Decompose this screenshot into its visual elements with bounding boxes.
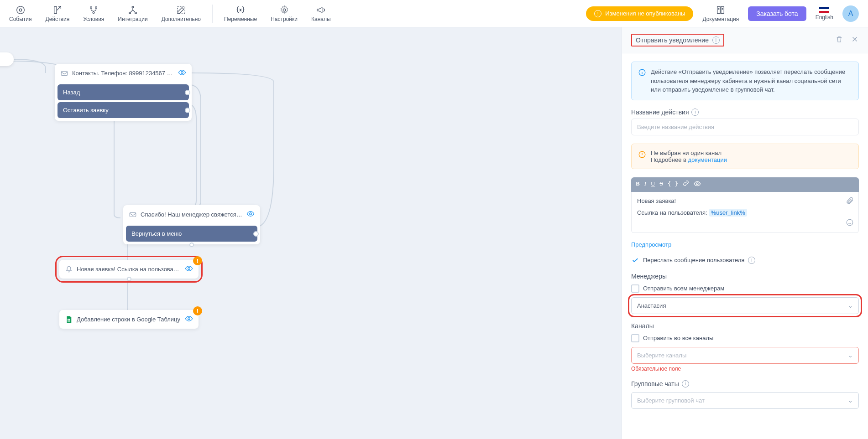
channels-select[interactable]: Выберите каналы ⌄ [631, 347, 859, 364]
button-chip-request[interactable]: Оставить заявку [58, 102, 189, 118]
svg-point-5 [132, 6, 134, 8]
alert-icon: ! [594, 10, 601, 17]
editor-toolbar: B I U S { } [631, 177, 859, 192]
toolbar-actions[interactable]: Действия [46, 5, 70, 22]
scenario-root-node[interactable] [0, 52, 14, 66]
groupchats-title: Групповые чаты [631, 380, 679, 387]
forward-checkbox[interactable] [631, 256, 639, 264]
svg-point-4 [93, 11, 94, 13]
toolbar-channels[interactable]: Каналы [311, 5, 331, 22]
variable-chip[interactable]: %user_link% [709, 209, 747, 217]
message-editor[interactable]: Новая заявка! Ссылка на пользователя: %u… [631, 192, 859, 233]
groupchats-select[interactable]: Выберите групповой чат ⌄ [631, 392, 859, 409]
toolbar-settings[interactable]: Настройки [271, 5, 298, 22]
svg-point-13 [250, 213, 252, 215]
eye-icon[interactable] [178, 68, 186, 78]
preview-button[interactable] [694, 180, 701, 189]
info-icon[interactable]: i [682, 380, 689, 387]
docs-link[interactable]: документации [688, 156, 727, 163]
flow-node-notification[interactable]: ! Новая заявка! Ссылка на пользователя:… [59, 260, 199, 279]
action-icon [52, 5, 63, 15]
info-callout: Действие «Отправить уведомление» позволя… [631, 62, 859, 100]
info-icon [638, 68, 646, 94]
language-switcher[interactable]: English [816, 7, 833, 21]
close-button[interactable] [851, 35, 859, 45]
managers-select[interactable]: Анастасия ⌄ [631, 297, 859, 314]
flow-canvas[interactable]: Контакты. Телефон: 89991234567 Наш адре…… [0, 27, 622, 439]
edit-icon [176, 5, 186, 15]
toolbar-docs[interactable]: Документация [702, 5, 739, 22]
all-channels-label: Отправить во все каналы [643, 335, 713, 341]
code-button[interactable]: { } [668, 180, 678, 189]
svg-point-20 [847, 219, 853, 226]
branch-icon [89, 5, 99, 15]
svg-point-3 [95, 6, 97, 8]
svg-point-19 [696, 183, 698, 185]
eye-icon[interactable] [246, 210, 255, 219]
bell-icon [65, 265, 73, 274]
toolbar-variables[interactable]: Переменные [224, 5, 257, 22]
gear-icon [279, 5, 289, 15]
eye-icon[interactable] [185, 264, 193, 274]
mail-icon [60, 69, 68, 77]
managers-title: Менеджеры [631, 273, 859, 280]
braces-icon [235, 5, 246, 15]
svg-point-14 [188, 268, 190, 270]
flow-node-message-2[interactable]: Спасибо! Наш менеджер свяжется с вами в…… [123, 205, 260, 244]
preview-link[interactable]: Предпросмотр [631, 241, 859, 248]
action-name-label: Название действия [631, 108, 689, 116]
flow-node-gsheet[interactable]: ! Добавление строки в Google Таблицу [59, 310, 199, 329]
toolbar-conditions[interactable]: Условия [83, 5, 104, 22]
warning-callout: Не выбран ни один канал Подробнее в доку… [631, 144, 859, 169]
unpublished-badge[interactable]: ! Изменения не опубликованы [586, 6, 693, 21]
svg-point-16 [188, 318, 190, 320]
chevron-down-icon: ⌄ [848, 352, 853, 359]
flag-uk-icon [819, 7, 829, 13]
gsheet-icon [65, 315, 73, 324]
channels-error: Обязательное поле [631, 366, 859, 372]
node-text: Новая заявка! Ссылка на пользователя:… [77, 266, 181, 273]
panel-title: Отправить уведомление [636, 36, 709, 44]
user-avatar[interactable]: А [842, 5, 859, 22]
button-chip-back[interactable]: Назад [58, 84, 189, 100]
warning-badge: ! [193, 256, 202, 265]
all-channels-checkbox[interactable] [631, 334, 639, 342]
attach-icon[interactable] [846, 196, 854, 206]
info-icon[interactable]: i [712, 36, 720, 44]
svg-point-0 [17, 6, 25, 14]
channels-title: Каналы [631, 322, 859, 330]
svg-point-7 [135, 12, 137, 14]
italic-button[interactable]: I [644, 180, 646, 189]
node-text: Добавление строки в Google Таблицу [77, 316, 181, 323]
warning-icon [638, 150, 646, 163]
toolbar-events[interactable]: События [9, 5, 32, 22]
integration-icon [128, 5, 138, 15]
info-icon[interactable]: i [748, 257, 755, 264]
action-name-input[interactable] [631, 119, 859, 135]
chevron-down-icon: ⌄ [848, 302, 853, 309]
bold-button[interactable]: B [636, 180, 640, 189]
panel-header: Отправить уведомление i [622, 27, 868, 53]
all-managers-checkbox[interactable] [631, 284, 639, 293]
order-bot-button[interactable]: Заказать бота [748, 6, 806, 21]
toolbar-integrations[interactable]: Интеграции [118, 5, 147, 22]
emoji-icon[interactable] [846, 218, 854, 228]
underline-button[interactable]: U [651, 180, 655, 189]
strike-button[interactable]: S [659, 180, 663, 189]
chevron-down-icon: ⌄ [848, 397, 853, 404]
top-toolbar: События Действия Условия Интеграции Допо… [0, 0, 868, 27]
link-button[interactable] [683, 180, 689, 189]
toolbar-additional[interactable]: Дополнительно [162, 5, 201, 22]
eye-icon[interactable] [185, 315, 193, 324]
svg-point-11 [181, 72, 183, 74]
svg-point-6 [129, 12, 131, 14]
delete-button[interactable] [835, 35, 843, 45]
book-icon [716, 5, 726, 15]
svg-point-9 [283, 9, 286, 11]
mail-icon [129, 211, 137, 219]
info-icon[interactable]: i [691, 108, 699, 116]
flow-node-message-1[interactable]: Контакты. Телефон: 89991234567 Наш адре…… [55, 64, 192, 121]
button-chip-menu[interactable]: Вернуться в меню [126, 226, 257, 242]
svg-rect-8 [178, 6, 185, 14]
node-text: Спасибо! Наш менеджер свяжется с вами в… [141, 211, 243, 218]
